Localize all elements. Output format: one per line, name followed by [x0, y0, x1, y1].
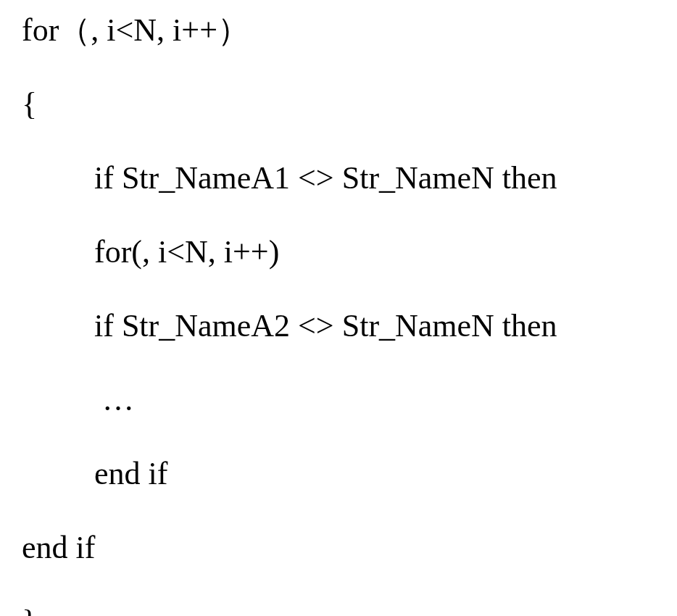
code-line-6: …	[22, 384, 655, 416]
code-line-9: }	[22, 606, 655, 616]
code-line-7: end if	[22, 458, 655, 490]
code-line-2: {	[22, 88, 655, 120]
code-line-8: end if	[22, 532, 655, 564]
code-line-5: if Str_NameA2 <> Str_NameN then	[22, 310, 655, 342]
code-line-4: for(, i<N, i++)	[22, 236, 655, 268]
code-line-3: if Str_NameA1 <> Str_NameN then	[22, 162, 655, 194]
code-line-1: for（, i<N, i++）	[22, 14, 655, 46]
